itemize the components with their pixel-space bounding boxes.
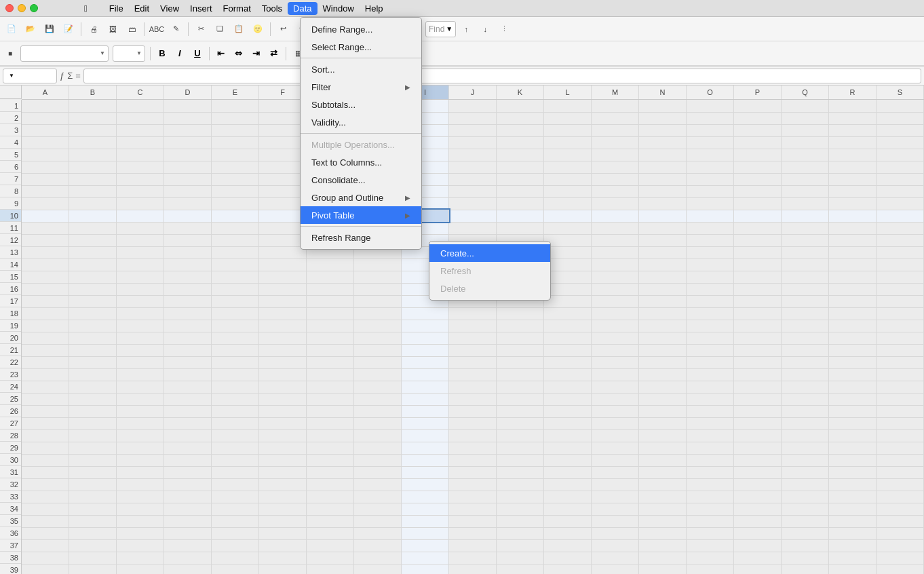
row-header-19[interactable]: 19 [0, 320, 21, 332]
cell-Q18[interactable] [782, 307, 829, 320]
row-header-16[interactable]: 16 [0, 283, 21, 295]
cell-J20[interactable] [449, 332, 497, 344]
cell-D37[interactable] [164, 539, 212, 552]
cell-R31[interactable] [828, 466, 876, 478]
cell-H31[interactable] [354, 466, 402, 478]
cell-C37[interactable] [117, 539, 164, 552]
cell-C35[interactable] [117, 515, 164, 527]
font-name-selector[interactable]: ▼ [20, 45, 109, 62]
cell-H30[interactable] [354, 454, 402, 466]
cell-K5[interactable] [497, 149, 544, 161]
cell-I20[interactable] [402, 332, 449, 344]
cell-G17[interactable] [307, 295, 354, 307]
cell-R26[interactable] [828, 405, 876, 417]
formula-function-icon[interactable]: ƒ [60, 71, 64, 81]
menu-item-sort[interactable]: Sort... [301, 60, 421, 78]
menu-item-help[interactable]: Help [360, 2, 389, 15]
cell-D9[interactable] [164, 197, 212, 210]
cell-H18[interactable] [354, 307, 402, 320]
cell-C13[interactable] [117, 246, 164, 259]
cell-C39[interactable] [117, 564, 164, 574]
cell-J39[interactable] [449, 564, 497, 574]
cell-N20[interactable] [639, 332, 687, 344]
cell-D38[interactable] [164, 552, 212, 564]
cell-P25[interactable] [734, 393, 782, 405]
row-header-2[interactable]: 2 [0, 112, 21, 124]
cell-I22[interactable] [402, 356, 449, 368]
find-prev-button[interactable]: ↑ [457, 20, 475, 38]
formula-equals-icon[interactable]: = [75, 71, 81, 81]
cell-I32[interactable] [402, 478, 449, 491]
cell-F30[interactable] [259, 454, 307, 466]
cell-B35[interactable] [69, 515, 117, 527]
cell-I34[interactable] [402, 503, 449, 515]
cell-E26[interactable] [212, 405, 259, 417]
cell-I38[interactable] [402, 552, 449, 564]
menu-item-edit[interactable]: Edit [129, 2, 155, 15]
row-header-3[interactable]: 3 [0, 124, 21, 136]
cell-P36[interactable] [734, 527, 782, 539]
cell-P21[interactable] [734, 344, 782, 356]
cell-J28[interactable] [449, 429, 497, 442]
cell-L13[interactable] [544, 246, 592, 259]
open-button[interactable]: 📂 [22, 20, 39, 38]
cell-D21[interactable] [164, 344, 212, 356]
find-next-button[interactable]: ↓ [476, 20, 494, 38]
cell-L31[interactable] [544, 466, 592, 478]
cell-L7[interactable] [544, 173, 592, 185]
cell-D24[interactable] [164, 381, 212, 393]
cell-E37[interactable] [212, 539, 259, 552]
cell-E29[interactable] [212, 442, 259, 454]
cell-I25[interactable] [402, 393, 449, 405]
col-header-N[interactable]: N [639, 85, 687, 99]
cell-C30[interactable] [117, 454, 164, 466]
cell-K19[interactable] [497, 320, 544, 332]
cell-J4[interactable] [449, 136, 497, 149]
cell-A27[interactable] [22, 417, 69, 429]
cell-F24[interactable] [259, 381, 307, 393]
cell-H32[interactable] [354, 478, 402, 491]
cell-M23[interactable] [592, 368, 639, 381]
cell-A15[interactable] [22, 271, 69, 283]
cell-S13[interactable] [876, 246, 923, 259]
cell-S34[interactable] [876, 503, 923, 515]
cell-A26[interactable] [22, 405, 69, 417]
cell-Q34[interactable] [782, 503, 829, 515]
cell-J23[interactable] [449, 368, 497, 381]
cell-I31[interactable] [402, 466, 449, 478]
cell-P29[interactable] [734, 442, 782, 454]
row-header-9[interactable]: 9 [0, 197, 21, 210]
cell-A5[interactable] [22, 149, 69, 161]
row-header-7[interactable]: 7 [0, 173, 21, 185]
cell-K10[interactable] [497, 210, 544, 222]
cell-H38[interactable] [354, 552, 402, 564]
cell-S19[interactable] [876, 320, 923, 332]
cell-D17[interactable] [164, 295, 212, 307]
cell-C38[interactable] [117, 552, 164, 564]
cell-E32[interactable] [212, 478, 259, 491]
cell-R34[interactable] [828, 503, 876, 515]
cell-O38[interactable] [687, 552, 734, 564]
cell-R9[interactable] [828, 197, 876, 210]
cell-S2[interactable] [876, 112, 923, 124]
cell-D32[interactable] [164, 478, 212, 491]
cell-M34[interactable] [592, 503, 639, 515]
row-header-28[interactable]: 28 [0, 429, 21, 442]
cut-button[interactable]: ✂ [192, 20, 210, 38]
cell-K4[interactable] [497, 136, 544, 149]
cell-C29[interactable] [117, 442, 164, 454]
apple-menu[interactable]:  [79, 2, 93, 15]
row-header-18[interactable]: 18 [0, 307, 21, 320]
cell-O33[interactable] [687, 491, 734, 503]
cell-S25[interactable] [876, 393, 923, 405]
cell-B24[interactable] [69, 381, 117, 393]
cell-D4[interactable] [164, 136, 212, 149]
menu-item-window[interactable]: Window [317, 2, 360, 15]
cell-S18[interactable] [876, 307, 923, 320]
cell-B21[interactable] [69, 344, 117, 356]
cell-N30[interactable] [639, 454, 687, 466]
traffic-lights[interactable] [5, 4, 38, 12]
row-header-22[interactable]: 22 [0, 356, 21, 368]
menu-item-select-range[interactable]: Select Range... [301, 38, 421, 56]
cell-Q3[interactable] [782, 124, 829, 136]
